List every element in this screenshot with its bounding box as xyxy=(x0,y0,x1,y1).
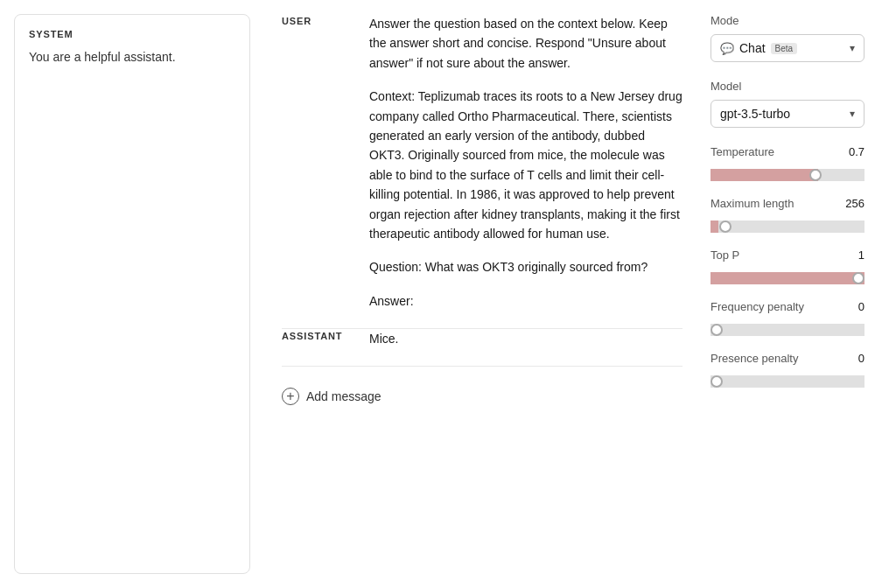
temperature-slider-row: Temperature 0.7 xyxy=(710,145,864,179)
user-message-content: Answer the question based on the context… xyxy=(369,14,682,311)
maxlength-header: Maximum length 256 xyxy=(710,197,864,210)
maxlength-label: Maximum length xyxy=(710,197,794,210)
prespenalty-header: Presence penalty 0 xyxy=(710,352,864,365)
add-message-button[interactable]: + Add message xyxy=(282,388,382,405)
prespenalty-label: Presence penalty xyxy=(710,352,798,365)
model-section: Model gpt-3.5-turbo ▾ xyxy=(710,80,864,128)
user-message-p2: Context: Teplizumab traces its roots to … xyxy=(369,87,682,243)
temperature-slider[interactable] xyxy=(710,173,864,177)
mode-section: Mode 💬 Chat Beta ▾ xyxy=(710,14,864,62)
topp-value: 1 xyxy=(858,248,864,262)
topp-label: Top P xyxy=(710,248,739,262)
chat-bubble-icon: 💬 xyxy=(720,42,734,55)
topp-header: Top P 1 xyxy=(710,248,864,262)
prespenalty-value: 0 xyxy=(858,352,864,365)
plus-circle-icon: + xyxy=(282,388,299,405)
model-chevron-icon: ▾ xyxy=(850,108,855,120)
model-dropdown[interactable]: gpt-3.5-turbo ▾ xyxy=(710,100,864,128)
maxlength-slider-row: Maximum length 256 xyxy=(710,197,864,231)
system-text: You are a helpful assistant. xyxy=(29,50,235,64)
mode-value: Chat xyxy=(739,41,766,55)
temperature-value: 0.7 xyxy=(849,145,864,158)
user-role-label: USER xyxy=(282,14,352,311)
conversation-panel: USER Answer the question based on the co… xyxy=(264,0,700,588)
assistant-message-content: Mice. xyxy=(369,329,682,348)
model-label: Model xyxy=(710,80,864,93)
maxlength-value: 256 xyxy=(845,197,864,210)
topp-slider[interactable] xyxy=(710,276,864,280)
freqpenalty-value: 0 xyxy=(858,300,864,313)
temperature-header: Temperature 0.7 xyxy=(710,145,864,158)
user-message-p1: Answer the question based on the context… xyxy=(369,14,682,73)
maxlength-slider[interactable] xyxy=(710,225,864,228)
assistant-message-row: ASSISTANT Mice. xyxy=(282,329,682,367)
model-value: gpt-3.5-turbo xyxy=(720,107,790,121)
add-message-label: Add message xyxy=(306,389,382,403)
mode-dropdown-inner: 💬 Chat Beta xyxy=(720,41,797,55)
temperature-label: Temperature xyxy=(710,145,774,158)
beta-badge: Beta xyxy=(771,43,798,54)
freqpenalty-slider[interactable] xyxy=(710,328,864,332)
add-message-row: + Add message xyxy=(282,374,682,419)
assistant-message-p1: Mice. xyxy=(369,329,682,348)
topp-slider-row: Top P 1 xyxy=(710,248,864,283)
system-panel: SYSTEM You are a helpful assistant. xyxy=(14,14,250,574)
user-message-row: USER Answer the question based on the co… xyxy=(282,14,682,329)
chevron-down-icon: ▾ xyxy=(850,42,855,54)
freqpenalty-label: Frequency penalty xyxy=(710,300,804,313)
settings-panel: Mode 💬 Chat Beta ▾ Model gpt-3.5-turbo ▾… xyxy=(700,0,875,588)
user-message-p4: Answer: xyxy=(369,291,682,311)
freqpenalty-slider-row: Frequency penalty 0 xyxy=(710,300,864,334)
mode-label: Mode xyxy=(710,14,864,27)
freqpenalty-header: Frequency penalty 0 xyxy=(710,300,864,313)
user-message-p3: Question: What was OKT3 originally sourc… xyxy=(369,257,682,276)
system-label: SYSTEM xyxy=(29,29,235,39)
prespenalty-slider[interactable] xyxy=(710,380,864,383)
assistant-role-label: ASSISTANT xyxy=(282,329,352,348)
prespenalty-slider-row: Presence penalty 0 xyxy=(710,352,864,386)
mode-dropdown[interactable]: 💬 Chat Beta ▾ xyxy=(710,34,864,62)
